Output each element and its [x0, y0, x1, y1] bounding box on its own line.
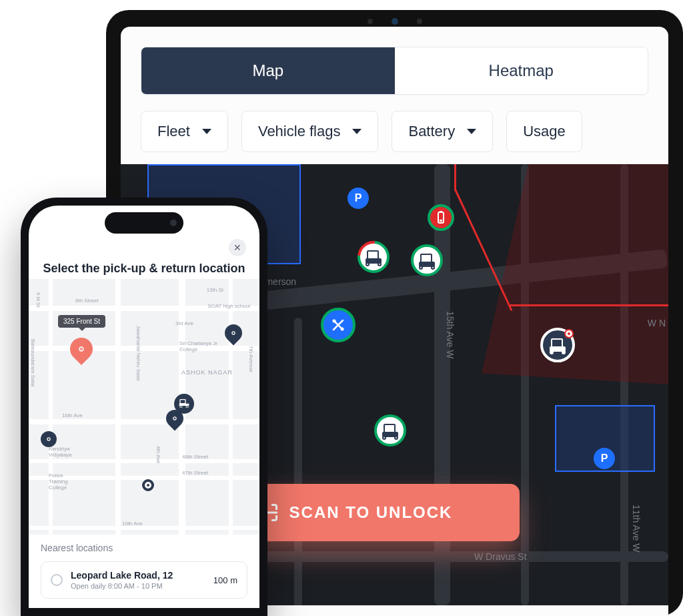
nearest-locations-heading: Nearest locations	[41, 543, 247, 553]
svg-rect-2	[440, 220, 442, 222]
page-title: Select the pick-up & return location	[29, 262, 259, 276]
filter-battery-label: Battery	[408, 123, 455, 140]
selected-location-pin[interactable]	[65, 333, 97, 365]
nearest-locations-panel: Nearest locations Leopard Lake Road, 12 …	[29, 535, 259, 608]
phone-screen: ✕ Select the pick-up & return location 8…	[29, 206, 259, 608]
pickup-map[interactable]: 8th Street 13th St 3rd Ave SOAT high sch…	[29, 279, 259, 546]
area-label: ASHOK NAGAR	[181, 369, 233, 376]
golf-cart-icon	[419, 254, 435, 267]
battery-icon	[436, 211, 446, 224]
vehicle-pin[interactable]	[174, 394, 194, 414]
street-label: 47th Street	[182, 470, 208, 476]
location-hours: Open daily 8:00 AM - 10 PM	[71, 582, 173, 590]
street-label: 46th Street	[182, 454, 208, 460]
alert-badge-icon	[564, 329, 574, 338]
svg-point-9	[47, 438, 50, 440]
golf-cart-icon	[366, 250, 382, 264]
tab-heatmap[interactable]: Heatmap	[395, 47, 648, 94]
svg-point-12	[180, 405, 182, 407]
phone-device-frame: ✕ Select the pick-up & return location 8…	[21, 198, 267, 616]
street-label: 16th Ave	[62, 412, 83, 418]
location-card[interactable]: Leopard Lake Road, 12 Open daily 8:00 AM…	[41, 561, 247, 599]
scan-button-label: SCAN TO UNLOCK	[289, 503, 453, 522]
tab-map[interactable]: Map	[141, 47, 395, 94]
street-label: W Dravus St	[474, 551, 527, 562]
street-label: 11th Ave W	[631, 505, 642, 552]
chevron-down-icon	[352, 129, 362, 134]
location-icon	[45, 436, 52, 442]
vehicle-pin[interactable]	[351, 234, 396, 280]
street-label: Sri Chaitanya Jr College	[179, 340, 219, 352]
street-label: 7th Avenue	[248, 346, 254, 372]
view-toggle: Map Heatmap	[141, 47, 648, 95]
svg-rect-1	[440, 211, 442, 213]
chevron-down-icon	[467, 129, 476, 134]
current-location-marker	[142, 479, 154, 491]
street-label: 10th Ave	[122, 521, 143, 527]
street-label: 9 bi St	[35, 292, 41, 308]
svg-point-3	[333, 320, 336, 323]
location-name: Leopard Lake Road, 12	[71, 570, 173, 581]
street-label: Balasundaram Salai	[30, 339, 36, 387]
location-pin[interactable]	[221, 321, 246, 346]
svg-point-8	[173, 417, 176, 420]
golf-cart-icon	[179, 398, 189, 410]
tools-icon	[330, 317, 346, 333]
street-label: 8th Street	[75, 298, 99, 304]
street-label: 4th Ave	[155, 446, 161, 464]
svg-point-4	[341, 328, 344, 331]
chevron-down-icon	[202, 129, 211, 134]
svg-point-13	[186, 405, 188, 407]
location-icon	[230, 330, 237, 336]
filter-fleet-label: Fleet	[157, 123, 190, 140]
filter-row: Fleet Vehicle flags Battery Usage	[121, 100, 668, 164]
filter-usage-label: Usage	[523, 123, 566, 140]
close-icon: ✕	[233, 242, 241, 253]
street-label: Kendriya Vidyalaya	[49, 446, 82, 458]
vehicle-maintenance-pin[interactable]	[321, 308, 356, 342]
street-label: 3rd Ave	[175, 320, 193, 326]
phone-notch	[105, 212, 183, 234]
svg-point-7	[232, 332, 235, 334]
svg-rect-10	[180, 399, 185, 403]
golf-cart-icon	[550, 338, 566, 352]
close-button[interactable]: ✕	[229, 239, 246, 256]
filter-fleet[interactable]: Fleet	[141, 111, 228, 152]
vehicle-low-battery-pin[interactable]	[428, 204, 454, 231]
svg-point-6	[81, 348, 82, 350]
street-label: SOAT high school	[207, 303, 250, 309]
vehicle-flagged-pin[interactable]	[540, 328, 575, 362]
street-label: Police Training College	[49, 473, 82, 491]
radio-unselected-icon	[51, 574, 63, 586]
tablet-camera	[358, 18, 432, 25]
filter-usage[interactable]: Usage	[506, 111, 582, 152]
location-icon	[171, 415, 178, 422]
location-icon	[77, 344, 86, 354]
location-distance: 100 m	[213, 575, 237, 585]
view-toggle-row: Map Heatmap	[121, 27, 668, 100]
golf-cart-icon	[382, 424, 398, 437]
filter-vehicle-flags[interactable]: Vehicle flags	[241, 111, 379, 152]
street-label: 13th St	[207, 287, 223, 293]
vehicle-pin[interactable]	[374, 414, 406, 446]
street-label: W N	[648, 318, 666, 328]
location-pin[interactable]	[41, 431, 57, 447]
location-tooltip: 325 Front St	[58, 315, 105, 328]
filter-vehicle-flags-label: Vehicle flags	[258, 123, 341, 140]
vehicle-pin[interactable]	[411, 244, 443, 276]
street-label: Jawaharlal Nehru Salai	[135, 326, 141, 380]
parking-zone-pin[interactable]: P	[594, 448, 615, 469]
street-label: 15th Ave W	[445, 311, 456, 358]
parking-zone-pin[interactable]: P	[348, 188, 369, 209]
filter-battery[interactable]: Battery	[392, 111, 493, 152]
